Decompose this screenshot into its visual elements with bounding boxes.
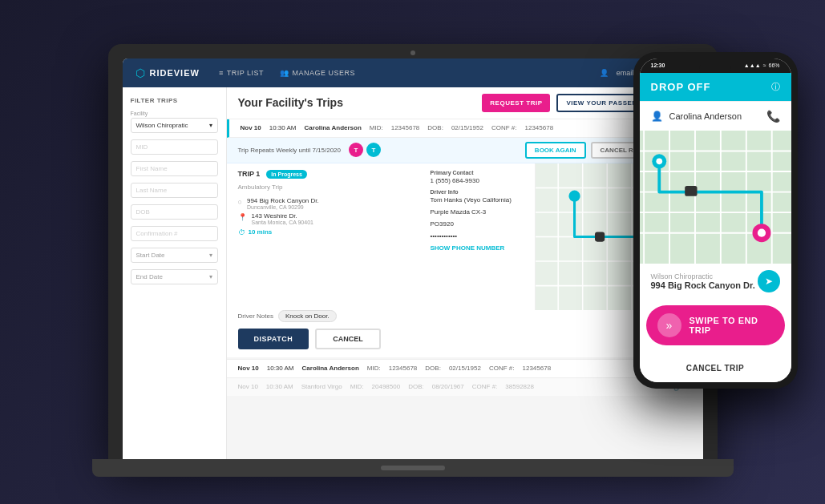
wifi-icon: ≈ bbox=[763, 62, 766, 68]
duration: 10 mins bbox=[249, 228, 273, 236]
phone-time: 12:30 bbox=[651, 62, 665, 68]
cancel-trip-text: CANCEL TRIP bbox=[686, 364, 745, 373]
start-date-select[interactable]: Start Date ▾ bbox=[131, 248, 218, 263]
show-phone-button[interactable]: SHOW PHONE NUMBER bbox=[431, 244, 535, 252]
nav-manage-users-label: MANAGE USERS bbox=[293, 69, 356, 77]
driver-info-label: Driver Info bbox=[431, 189, 535, 195]
pickup-address: 994 Big Rock Canyon Dr. bbox=[247, 197, 319, 204]
dropoff-city: Santa Monica, CA 90401 bbox=[252, 220, 313, 225]
svg-point-33 bbox=[757, 228, 765, 236]
trip-3-date: Nov 10 bbox=[238, 383, 258, 390]
phone-device: 12:30 ▲▲▲ ≈ 66% DROP OFF ⓘ bbox=[633, 52, 798, 389]
app-logo: ⬡ RIDEVIEW bbox=[135, 67, 200, 79]
trip-actions: DISPATCH CANCEL bbox=[227, 329, 703, 357]
mid-input[interactable]: MID bbox=[131, 139, 218, 155]
confirmation-input[interactable]: Confirmation # bbox=[131, 226, 218, 241]
trip-2-mid-label: MID: bbox=[367, 365, 381, 372]
phone-masked: •••••••••••• bbox=[431, 232, 535, 240]
start-date-label: Start Date bbox=[136, 252, 165, 259]
trip-detail-left: TRIP 1 In Progress Ambulatory Trip ○ bbox=[227, 163, 535, 310]
swipe-arrow-icon: » bbox=[657, 313, 681, 337]
cancel-trip-button[interactable]: CANCEL TRIP bbox=[640, 352, 791, 382]
trip-3-time: 10:30 AM bbox=[266, 383, 293, 390]
repeat-text: Trip Repeats Weekly until 7/15/2020 bbox=[238, 147, 342, 154]
phone-header-title: DROP OFF bbox=[651, 81, 711, 93]
svg-point-30 bbox=[656, 158, 662, 164]
trip-3-dob-value: 08/20/1967 bbox=[432, 383, 464, 390]
trip-3-header[interactable]: Nov 10 10:30 AM Stanford Virgo MID: 2049… bbox=[227, 377, 703, 396]
trip-3-passenger: Stanford Virgo bbox=[301, 383, 342, 390]
primary-contact-value: 1 (555) 684-9930 bbox=[431, 177, 535, 184]
first-name-input[interactable]: First Name bbox=[131, 161, 218, 176]
laptop-base bbox=[92, 459, 734, 477]
dropoff-company: Wilson Chiropractic bbox=[651, 272, 755, 280]
person-icon: 👤 bbox=[651, 111, 663, 122]
chevron-down-icon-3: ▾ bbox=[209, 273, 212, 280]
trip-1-header[interactable]: Nov 10 10:30 AM Carolina Anderson MID: 1… bbox=[227, 119, 703, 138]
cancel-button[interactable]: CANCEL bbox=[315, 329, 381, 349]
facility-value: Wilson Chiropratic bbox=[136, 122, 188, 129]
svg-rect-13 bbox=[594, 232, 604, 241]
dropoff-location: 📍 143 Weshire Dr. Santa Monica, CA 90401 bbox=[238, 212, 423, 225]
pin-icon: 📍 bbox=[238, 213, 247, 221]
user-icon: 👤 bbox=[600, 69, 609, 77]
facility-label: Facility bbox=[131, 111, 218, 116]
phone-screen: 12:30 ▲▲▲ ≈ 66% DROP OFF ⓘ bbox=[640, 58, 791, 382]
trip-1-expanded: Trip Repeats Weekly until 7/15/2020 T T … bbox=[227, 138, 703, 357]
end-date-select[interactable]: End Date ▾ bbox=[131, 269, 218, 284]
info-icon[interactable]: ⓘ bbox=[771, 81, 780, 93]
trip-3-conf-value: 38592828 bbox=[505, 383, 534, 390]
trip-type: Ambulatory Trip bbox=[238, 183, 423, 191]
phone-passenger: 👤 Carolina Anderson 📞 bbox=[640, 101, 791, 131]
trip-number: TRIP 1 bbox=[238, 170, 261, 178]
repeat-dot-2: T bbox=[366, 143, 381, 157]
pickup-city: Duncanville, CA 90299 bbox=[247, 204, 319, 210]
swipe-to-end-trip-button[interactable]: » SWIPE TO END TRIP bbox=[646, 305, 785, 345]
top-navigation: ⬡ RIDEVIEW ≡ TRIP LIST 👥 MANAGE USERS bbox=[123, 58, 703, 87]
app-name: RIDEVIEW bbox=[150, 68, 200, 78]
book-again-button[interactable]: BOOK AGAIN bbox=[525, 142, 586, 159]
filter-title: FILTER TRIPS bbox=[131, 97, 218, 104]
nav-trip-list[interactable]: ≡ TRIP LIST bbox=[219, 69, 264, 77]
phone-call-icon[interactable]: 📞 bbox=[766, 110, 780, 123]
trip-detail-mid: Primary Contact 1 (555) 684-9930 Driver … bbox=[423, 163, 535, 304]
request-trip-button[interactable]: REQUEST TRIP bbox=[482, 94, 550, 112]
passenger-name: Carolina Anderson bbox=[669, 111, 742, 121]
users-icon: 👥 bbox=[280, 69, 289, 77]
driver-name: Tom Hanks (Veyo California) bbox=[431, 196, 535, 204]
dropoff-address: 994 Big Rock Canyon Dr. bbox=[651, 280, 755, 290]
content-area: Your Facility's Trips REQUEST TRIP VIEW … bbox=[227, 87, 703, 461]
trip-3-mid-label: MID: bbox=[350, 383, 364, 390]
nav-items: ≡ TRIP LIST 👥 MANAGE USERS bbox=[219, 69, 600, 77]
trip-2-conf-value: 12345678 bbox=[522, 365, 551, 372]
dispatch-button[interactable]: DISPATCH bbox=[238, 329, 309, 349]
phone-dropoff: Wilson Chiropractic 994 Big Rock Canyon … bbox=[640, 264, 791, 299]
signal-icon: ▲▲▲ bbox=[744, 62, 761, 68]
trip-detail-info: TRIP 1 In Progress Ambulatory Trip ○ bbox=[238, 163, 423, 304]
phone-body: 12:30 ▲▲▲ ≈ 66% DROP OFF ⓘ bbox=[633, 52, 798, 389]
phone-map bbox=[640, 131, 791, 264]
svg-rect-31 bbox=[685, 185, 697, 196]
repeat-dot-1: T bbox=[349, 143, 363, 157]
last-name-input[interactable]: Last Name bbox=[131, 183, 218, 198]
dropoff-address: 143 Weshire Dr. bbox=[252, 212, 313, 220]
trip-1-conf-label: CONF #: bbox=[491, 124, 517, 131]
trip-2-header[interactable]: Nov 10 10:30 AM Carolina Anderson MID: 1… bbox=[227, 359, 703, 377]
driver-notes-label: Driver Notes bbox=[238, 312, 273, 320]
trip-2-conf-label: CONF #: bbox=[489, 365, 515, 372]
nav-manage-users[interactable]: 👥 MANAGE USERS bbox=[280, 69, 355, 77]
sidebar: FILTER TRIPS Facility Wilson Chiropratic… bbox=[123, 87, 227, 461]
pickup-location: ○ 994 Big Rock Canyon Dr. Duncanville, C… bbox=[238, 197, 423, 210]
page-title: Your Facility's Trips bbox=[238, 96, 343, 109]
navigate-icon[interactable]: ➤ bbox=[758, 270, 780, 292]
trip-2-time: 10:30 AM bbox=[267, 365, 294, 372]
driver-notes-row: Driver Notes Knock on Door. bbox=[227, 310, 703, 329]
trip-2-mid-value: 12345678 bbox=[389, 365, 418, 372]
facility-select[interactable]: Wilson Chiropratic ▾ bbox=[131, 118, 218, 133]
end-date-label: End Date bbox=[136, 273, 163, 280]
trip-detail: TRIP 1 In Progress Ambulatory Trip ○ bbox=[227, 163, 703, 310]
trip-3-dob-label: DOB: bbox=[408, 383, 424, 390]
dob-input[interactable]: DOB bbox=[131, 204, 218, 220]
trip-3-mid-value: 20498500 bbox=[372, 383, 401, 390]
in-progress-badge: In Progress bbox=[266, 170, 307, 179]
